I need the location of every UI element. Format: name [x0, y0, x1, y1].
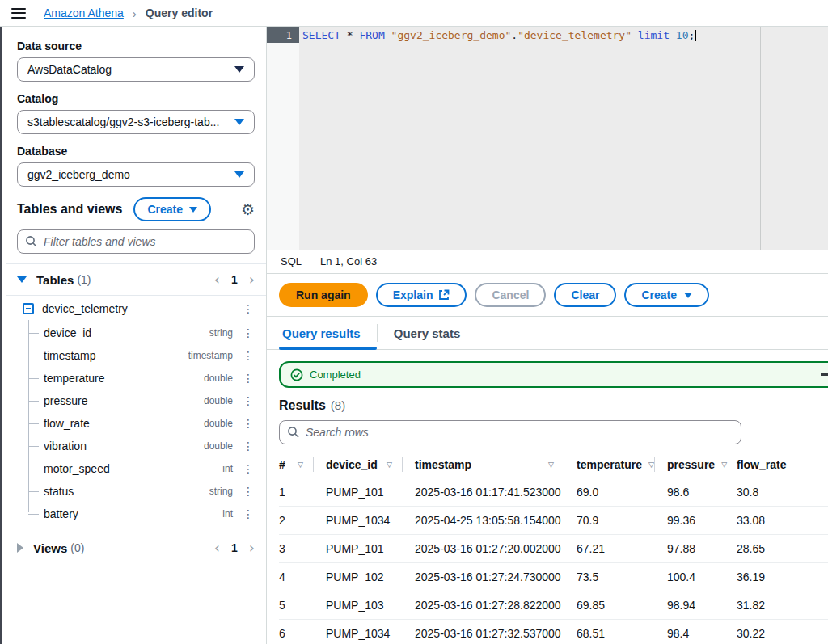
- database-select[interactable]: ggv2_iceberg_demo: [17, 162, 255, 187]
- table-cell: 98.4: [655, 627, 724, 640]
- column-type: double: [204, 418, 233, 429]
- create-button-label: Create: [147, 203, 183, 216]
- table-cell: 28.65: [724, 542, 828, 555]
- chevron-down-icon: [234, 66, 244, 73]
- breadcrumb-link-athena[interactable]: Amazon Athena: [44, 6, 124, 19]
- explain-button[interactable]: Explain: [376, 283, 467, 307]
- text-cursor: [695, 30, 696, 41]
- table-row: 5PUMP_1032025-03-16 01:27:28.82200069.85…: [279, 591, 828, 620]
- table-cell: 73.5: [564, 570, 655, 583]
- column-header[interactable]: flow_rate▽: [724, 452, 828, 478]
- column-name: motor_speed: [44, 462, 110, 475]
- column-header-label: #: [279, 458, 285, 471]
- hamburger-menu-icon[interactable]: [11, 8, 26, 19]
- catalog-value: s3tablescatalog/ggv2-s3-iceberg-tab...: [27, 116, 219, 128]
- table-cell: 33.08: [724, 514, 828, 527]
- tree-table-row: device_telemetry ⋮: [6, 296, 266, 322]
- section-collapsed-caret-icon[interactable]: [17, 543, 23, 553]
- table-cell: 98.6: [655, 486, 724, 499]
- results-table-header: #▽device_id▽timestamp▽temperature▽pressu…: [279, 452, 828, 478]
- table-cell: 6: [279, 627, 314, 640]
- table-row: 1PUMP_1012025-03-16 01:17:41.52300069.09…: [279, 478, 828, 507]
- kebab-menu-icon[interactable]: ⋮: [243, 327, 254, 339]
- table-cell: PUMP_101: [314, 542, 403, 555]
- create-dropdown-button[interactable]: Create: [624, 283, 709, 307]
- data-source-select[interactable]: AwsDataCatalog: [17, 57, 255, 82]
- search-rows-input[interactable]: [279, 420, 741, 444]
- column-header[interactable]: pressure▽: [655, 452, 724, 478]
- column-name: vibration: [44, 440, 87, 452]
- table-cell: 67.21: [564, 542, 655, 555]
- tab-query-results[interactable]: Query results: [279, 317, 377, 349]
- kebab-menu-icon[interactable]: ⋮: [243, 486, 254, 497]
- column-type: double: [204, 440, 233, 452]
- table-cell: 2025-03-16 01:17:41.523000: [403, 486, 564, 499]
- column-type: int: [222, 463, 233, 474]
- external-link-icon: [438, 289, 450, 301]
- tab-query-stats[interactable]: Query stats: [378, 317, 477, 349]
- sql-token: [385, 29, 391, 41]
- gear-icon[interactable]: ⚙: [241, 202, 255, 217]
- kebab-menu-icon[interactable]: ⋮: [243, 463, 254, 474]
- cancel-button[interactable]: Cancel: [475, 283, 546, 307]
- tables-section-count: (1): [77, 273, 91, 286]
- query-status-banner[interactable]: Completed: [279, 361, 828, 388]
- pagination-next-icon[interactable]: ›: [249, 272, 255, 287]
- editor-scrollbar-track[interactable]: [760, 27, 761, 250]
- query-action-buttons: Run again Explain Cancel Clear Create: [267, 274, 828, 317]
- run-again-label: Run again: [296, 288, 351, 301]
- query-editor-panel: 1 SELECT * FROM "ggv2_iceberg_demo"."dev…: [267, 27, 828, 644]
- results-table: #▽device_id▽timestamp▽temperature▽pressu…: [279, 452, 828, 644]
- tab-query-results-label: Query results: [282, 326, 361, 340]
- sql-editor[interactable]: 1 SELECT * FROM "ggv2_iceberg_demo"."dev…: [267, 27, 828, 250]
- sql-token: "ggv2_iceberg_demo": [391, 29, 512, 41]
- sql-token: *: [340, 29, 359, 41]
- tables-section-title: Tables: [36, 273, 74, 287]
- table-row: 6PUMP_10342025-03-16 01:27:32.53700068.5…: [279, 620, 828, 644]
- table-cell: 99.36: [655, 514, 724, 527]
- column-header[interactable]: timestamp▽: [403, 452, 564, 478]
- tree-column-row: statusstring⋮: [6, 480, 266, 503]
- clear-button[interactable]: Clear: [554, 283, 616, 307]
- kebab-menu-icon[interactable]: ⋮: [243, 508, 254, 520]
- tables-section-header: Tables (1) ‹ 1 ›: [6, 264, 266, 295]
- editor-code-area[interactable]: SELECT * FROM "ggv2_iceberg_demo"."devic…: [299, 27, 828, 250]
- table-cell: 2025-03-16 01:27:20.002000: [403, 542, 564, 555]
- breadcrumb-chevron-icon: ›: [133, 6, 137, 20]
- data-source-label: Data source: [17, 40, 255, 53]
- pagination-prev-icon[interactable]: ‹: [214, 272, 220, 287]
- tree-column-row: temperaturedouble⋮: [6, 367, 266, 389]
- collapse-table-icon[interactable]: [23, 303, 34, 314]
- filter-tables-input[interactable]: [17, 229, 255, 254]
- catalog-select[interactable]: s3tablescatalog/ggv2-s3-iceberg-tab...: [17, 110, 255, 134]
- run-again-button[interactable]: Run again: [279, 283, 368, 307]
- banner-collapse-icon[interactable]: [821, 373, 828, 376]
- pagination-next-icon[interactable]: ›: [249, 541, 255, 555]
- kebab-menu-icon[interactable]: ⋮: [243, 395, 254, 406]
- create-button[interactable]: Create: [133, 197, 211, 221]
- column-type: double: [204, 395, 233, 406]
- kebab-menu-icon[interactable]: ⋮: [243, 440, 254, 452]
- kebab-menu-icon[interactable]: ⋮: [243, 350, 254, 361]
- table-cell: PUMP_103: [314, 599, 403, 612]
- table-cell: 69.85: [564, 599, 655, 612]
- sort-caret-icon: ▽: [648, 461, 654, 469]
- column-header[interactable]: temperature▽: [564, 452, 655, 478]
- table-cell: 97.88: [655, 542, 724, 555]
- column-name: status: [44, 485, 74, 498]
- column-header[interactable]: #▽: [279, 452, 314, 478]
- column-header[interactable]: device_id▽: [314, 452, 403, 478]
- kebab-menu-icon[interactable]: ⋮: [243, 303, 254, 314]
- column-header-label: device_id: [326, 458, 378, 471]
- table-name-link[interactable]: device_telemetry: [42, 302, 128, 315]
- sql-token: SELECT: [302, 29, 340, 41]
- tables-and-views-title: Tables and views: [17, 202, 122, 217]
- kebab-menu-icon[interactable]: ⋮: [243, 418, 254, 429]
- table-cell: 5: [279, 599, 314, 612]
- kebab-menu-icon[interactable]: ⋮: [243, 373, 254, 384]
- section-expanded-caret-icon[interactable]: [17, 276, 27, 283]
- column-type: timestamp: [188, 350, 233, 361]
- tree-column-row: timestamptimestamp⋮: [6, 344, 266, 367]
- table-cell: 2025-03-16 01:27:32.537000: [403, 627, 564, 640]
- pagination-prev-icon[interactable]: ‹: [214, 541, 220, 555]
